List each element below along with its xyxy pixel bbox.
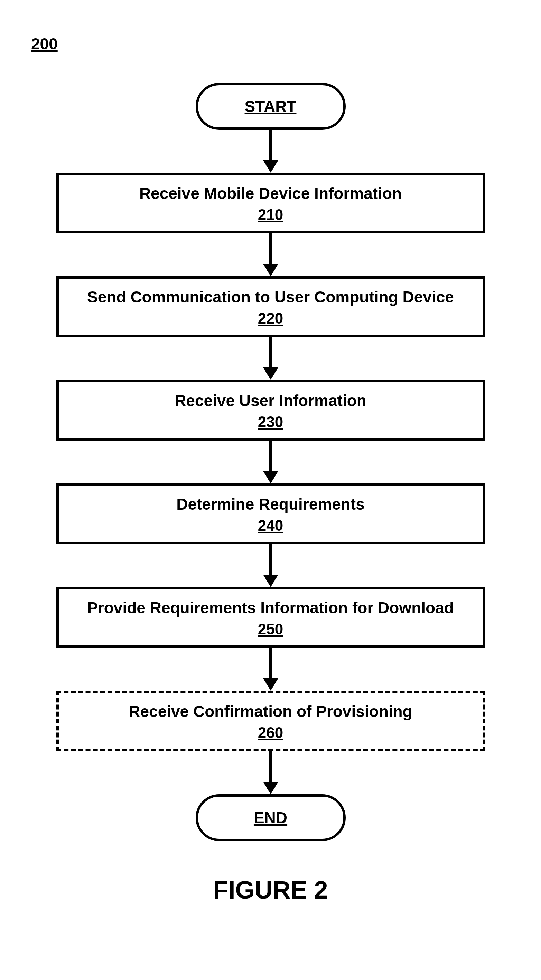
arrow-head-icon xyxy=(263,264,278,276)
arrow-shaft xyxy=(269,751,272,783)
arrow-head-icon xyxy=(263,368,278,380)
step-title: Receive Confirmation of Provisioning xyxy=(66,702,476,721)
step-260: Receive Confirmation of Provisioning260 xyxy=(56,690,485,751)
arrow-head-icon xyxy=(263,678,278,690)
arrow-icon xyxy=(56,234,485,276)
step-number: 260 xyxy=(66,724,476,741)
arrow-shaft xyxy=(269,130,272,161)
arrow-icon xyxy=(56,751,485,794)
arrow-head-icon xyxy=(263,782,278,794)
step-number: 220 xyxy=(66,310,476,327)
arrow-shaft xyxy=(269,441,272,472)
figure-caption: FIGURE 2 xyxy=(0,876,541,904)
arrow-shaft xyxy=(269,234,272,264)
arrow-icon xyxy=(56,648,485,690)
end-terminator: END xyxy=(196,794,346,841)
step-number: 230 xyxy=(66,413,476,431)
page: 200 START Receive Mobile Device Informat… xyxy=(0,0,541,980)
step-title: Send Communication to User Computing Dev… xyxy=(66,288,476,306)
step-number: 240 xyxy=(66,517,476,534)
arrow-shaft xyxy=(269,337,272,368)
step-title: Receive User Information xyxy=(66,391,476,410)
arrow-icon xyxy=(56,337,485,380)
step-number: 210 xyxy=(66,206,476,223)
step-240: Determine Requirements240 xyxy=(56,484,485,544)
step-title: Provide Requirements Information for Dow… xyxy=(66,598,476,617)
step-title: Determine Requirements xyxy=(66,495,476,514)
arrow-head-icon xyxy=(263,471,278,484)
end-label: END xyxy=(226,808,316,827)
step-230: Receive User Information230 xyxy=(56,380,485,441)
arrow-shaft xyxy=(269,648,272,679)
steps-container: Receive Mobile Device Information210Send… xyxy=(56,173,485,794)
step-220: Send Communication to User Computing Dev… xyxy=(56,276,485,337)
arrow-icon xyxy=(56,441,485,484)
start-label: START xyxy=(226,97,316,116)
figure-number-label: 200 xyxy=(31,35,58,53)
step-title: Receive Mobile Device Information xyxy=(66,184,476,203)
arrow-shaft xyxy=(269,544,272,575)
start-terminator: START xyxy=(196,83,346,130)
step-number: 250 xyxy=(66,620,476,638)
step-210: Receive Mobile Device Information210 xyxy=(56,173,485,234)
arrow-icon xyxy=(263,130,278,173)
arrow-head-icon xyxy=(263,160,278,173)
step-250: Provide Requirements Information for Dow… xyxy=(56,587,485,648)
flowchart: START Receive Mobile Device Information2… xyxy=(53,83,488,841)
arrow-head-icon xyxy=(263,574,278,587)
arrow-icon xyxy=(56,544,485,587)
